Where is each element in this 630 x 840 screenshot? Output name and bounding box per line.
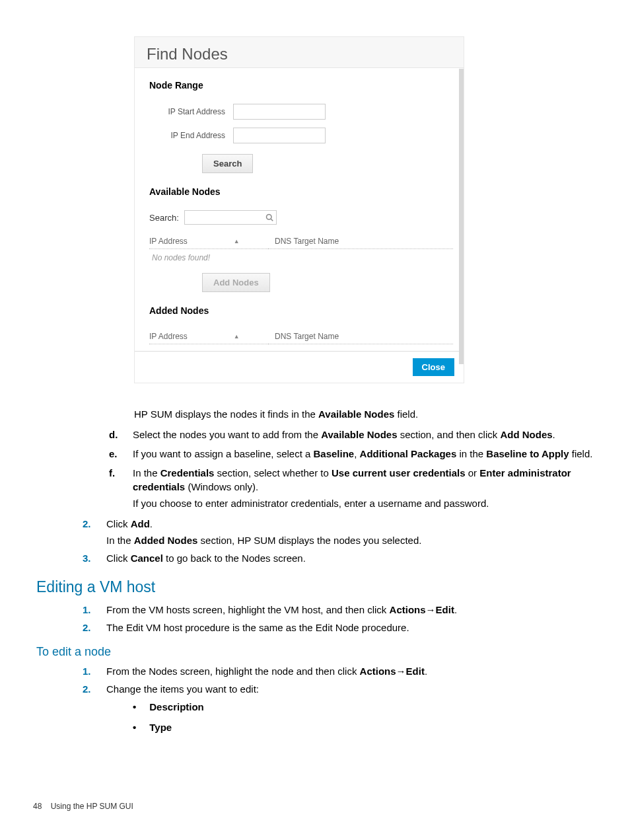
- col-ip-label: IP Address: [149, 237, 188, 246]
- available-nodes-table: IP Address ▲ DNS Target Name No nodes fo…: [149, 234, 453, 262]
- added-nodes-header: Added Nodes: [149, 305, 449, 316]
- ip-start-input[interactable]: [233, 104, 326, 120]
- editnode-step-2: 2. Change the items you want to edit: De…: [83, 682, 594, 741]
- page-footer-title: Using the HP SUM GUI: [51, 802, 133, 811]
- available-search-input[interactable]: [184, 210, 277, 225]
- svg-point-0: [266, 215, 271, 220]
- heading-editing-vm-host: Editing a VM host: [36, 578, 594, 596]
- available-nodes-header: Available Nodes: [149, 186, 449, 197]
- available-col-ip[interactable]: IP Address ▲: [149, 234, 268, 249]
- search-label: Search:: [149, 213, 179, 223]
- vmhost-step-2: 2. The Edit VM host procedure is the sam…: [83, 621, 594, 634]
- available-empty-message: No nodes found!: [149, 249, 453, 262]
- close-button[interactable]: Close: [413, 358, 454, 376]
- ip-start-label: IP Start Address: [149, 107, 225, 116]
- bullet-description: Description: [133, 700, 594, 714]
- step-d: d. Select the nodes you want to add from…: [109, 428, 594, 441]
- document-body: HP SUM displays the nodes it finds in th…: [36, 407, 594, 741]
- added-col-ip[interactable]: IP Address ▲: [149, 329, 268, 344]
- editnode-step-1: 1. From the Nodes screen, highlight the …: [83, 664, 594, 678]
- bullet-type: Type: [133, 720, 594, 734]
- find-nodes-dialog: Find Nodes Node Range IP Start Address I…: [134, 36, 464, 383]
- page-number: 48: [33, 802, 42, 811]
- dialog-title: Find Nodes: [135, 37, 464, 68]
- sort-asc-icon: ▲: [234, 333, 240, 340]
- step-2: 2. Click Add. In the Added Nodes section…: [83, 517, 594, 547]
- added-col-ip-label: IP Address: [149, 332, 188, 341]
- heading-to-edit-node: To edit a node: [36, 645, 594, 659]
- vmhost-step-1: 1. From the VM hosts screen, highlight t…: [83, 603, 594, 617]
- step-3: 3. Click Cancel to go back to the Nodes …: [83, 551, 594, 565]
- step-f-sub: If you choose to enter administrator cre…: [133, 496, 594, 510]
- paragraph-available-nodes: HP SUM displays the nodes it finds in th…: [134, 407, 594, 421]
- step-e: e. If you want to assign a baseline, sel…: [109, 447, 594, 461]
- dialog-scrollbar[interactable]: [459, 69, 464, 364]
- node-range-header: Node Range: [149, 80, 449, 91]
- search-button[interactable]: Search: [202, 154, 253, 173]
- step-f: f. In the Credentials section, select wh…: [109, 466, 594, 510]
- search-icon: [265, 213, 273, 221]
- add-nodes-button[interactable]: Add Nodes: [202, 273, 270, 292]
- available-col-dns[interactable]: DNS Target Name: [268, 234, 453, 249]
- page-footer: 48 Using the HP SUM GUI: [33, 802, 133, 811]
- added-nodes-table: IP Address ▲ DNS Target Name: [149, 329, 453, 344]
- sort-asc-icon: ▲: [234, 238, 240, 245]
- ip-end-input[interactable]: [233, 128, 326, 143]
- svg-line-1: [271, 219, 273, 221]
- ip-end-label: IP End Address: [149, 131, 225, 140]
- added-col-dns[interactable]: DNS Target Name: [268, 329, 453, 344]
